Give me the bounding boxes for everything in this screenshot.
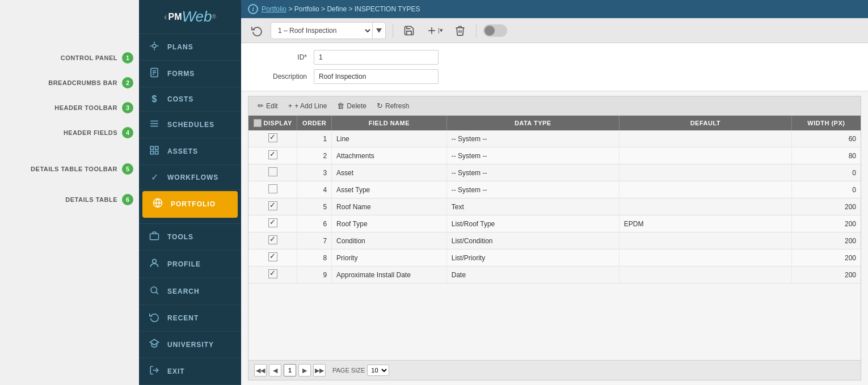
- sidebar-item-costs[interactable]: $ COSTS: [139, 87, 241, 112]
- university-icon: [148, 339, 161, 351]
- td-display: [248, 249, 297, 266]
- add-line-icon: +: [288, 101, 293, 110]
- sidebar-item-forms[interactable]: FORMS: [139, 61, 241, 87]
- sidebar-label-university: UNIVERSITY: [167, 341, 214, 349]
- sidebar-label-assets: ASSETS: [167, 147, 198, 155]
- table-row: 3Asset-- System --0: [248, 164, 861, 181]
- display-header-checkbox[interactable]: [254, 119, 262, 127]
- sidebar-label-workflows: WORKFLOWS: [167, 174, 218, 181]
- sidebar-item-portfolio[interactable]: PORTFOLIO: [142, 191, 238, 218]
- next-page-btn[interactable]: ▶: [298, 364, 311, 376]
- display-checkbox[interactable]: [268, 184, 277, 193]
- display-checkbox[interactable]: [268, 201, 277, 210]
- breadcrumb-path: > Portfolio > Define > INSPECTION TYPES: [288, 5, 420, 13]
- sidebar-item-profile[interactable]: PROFILE: [139, 251, 241, 278]
- toggle-button[interactable]: [483, 24, 507, 37]
- td-default: [619, 232, 791, 249]
- th-order-label: ORDER: [302, 120, 326, 126]
- th-order: ORDER: [297, 116, 332, 130]
- logo-web: Web: [182, 8, 212, 26]
- th-default: DEFAULT: [619, 116, 791, 130]
- display-checkbox[interactable]: [268, 167, 277, 176]
- sidebar-item-assets[interactable]: ASSETS: [139, 138, 241, 165]
- pagination-bar: ◀◀ ◀ 1 ▶ ▶▶ PAGE SIZE 10 25 50: [248, 361, 861, 380]
- sidebar-bottom: TOOLS PROFILE SEARCH RECENT: [139, 223, 241, 385]
- details-toolbar: ✏ Edit + + Add Line 🗑 Delete ↻ Refresh: [248, 96, 861, 115]
- td-display: [248, 181, 297, 198]
- td-display: [248, 232, 297, 249]
- edit-button[interactable]: ✏ Edit: [254, 100, 281, 112]
- display-checkbox[interactable]: [268, 150, 277, 159]
- td-datatype: -- System --: [446, 147, 619, 164]
- info-icon[interactable]: i: [248, 4, 258, 14]
- id-input[interactable]: [314, 50, 439, 65]
- data-table-wrapper: DISPLAY ORDER FIELD NAME DATA TYPE: [248, 115, 861, 361]
- td-width: 200: [791, 215, 861, 232]
- delete-button[interactable]: [451, 23, 469, 39]
- refresh-label: Refresh: [385, 102, 409, 110]
- sidebar-item-search[interactable]: SEARCH: [139, 278, 241, 305]
- td-default: [619, 181, 791, 198]
- sidebar-item-workflows[interactable]: ✓ WORKFLOWS: [139, 165, 241, 190]
- svg-point-20: [151, 287, 157, 293]
- page-size-select[interactable]: 10 25 50: [367, 365, 389, 376]
- td-width: 0: [791, 164, 861, 181]
- sidebar-label-tools: TOOLS: [167, 233, 193, 241]
- display-checkbox[interactable]: [268, 269, 277, 278]
- add-line-label: + Add Line: [294, 102, 327, 110]
- display-checkbox[interactable]: [268, 235, 277, 244]
- add-line-button[interactable]: + + Add Line: [285, 100, 331, 112]
- sidebar-label-forms: FORMS: [167, 70, 195, 78]
- display-checkbox[interactable]: [268, 218, 277, 227]
- prev-page-btn[interactable]: ◀: [269, 364, 281, 376]
- refresh-button[interactable]: ↻ Refresh: [373, 100, 412, 112]
- record-dropdown-btn[interactable]: [373, 22, 386, 39]
- first-page-btn[interactable]: ◀◀: [254, 364, 267, 376]
- annotation-label-6: DETAILS TABLE: [65, 196, 117, 203]
- id-field-row: ID*: [250, 50, 859, 65]
- breadcrumb-portfolio-link[interactable]: Portfolio: [262, 5, 286, 13]
- add-button[interactable]: |▾: [423, 23, 446, 39]
- last-page-btn[interactable]: ▶▶: [313, 364, 326, 376]
- record-selector[interactable]: 1 – Roof Inspection: [271, 22, 373, 39]
- td-fieldname: Approximate Install Date: [332, 266, 447, 284]
- svg-point-19: [153, 259, 157, 263]
- header-toolbar: 1 – Roof Inspection |▾: [241, 18, 868, 43]
- td-order: 3: [297, 164, 332, 181]
- description-label: Description: [250, 73, 307, 81]
- save-button[interactable]: [400, 23, 418, 39]
- annotation-badge-6: 6: [122, 194, 133, 205]
- td-fieldname: Condition: [332, 232, 447, 249]
- td-width: 0: [791, 181, 861, 198]
- sidebar-item-schedules[interactable]: SCHEDULES: [139, 112, 241, 138]
- recent-icon: [148, 312, 161, 324]
- td-order: 6: [297, 215, 332, 232]
- sidebar-item-plans[interactable]: PLANS: [139, 34, 241, 61]
- td-datatype: List/Condition: [446, 232, 619, 249]
- display-checkbox[interactable]: [268, 252, 277, 261]
- back-button[interactable]: [248, 23, 266, 39]
- th-default-label: DEFAULT: [690, 120, 720, 126]
- display-checkbox[interactable]: [268, 133, 277, 142]
- annotation-6: DETAILS TABLE 6: [0, 187, 139, 212]
- sidebar-item-recent[interactable]: RECENT: [139, 305, 241, 332]
- delete-line-button[interactable]: 🗑 Delete: [334, 100, 370, 112]
- svg-rect-14: [150, 151, 153, 154]
- td-display: [248, 130, 297, 147]
- td-default: [619, 198, 791, 215]
- td-default: [619, 266, 791, 284]
- sidebar-item-exit[interactable]: EXIT: [139, 358, 241, 385]
- td-datatype: -- System --: [446, 130, 619, 147]
- sidebar-item-tools[interactable]: TOOLS: [139, 224, 241, 251]
- description-input[interactable]: [314, 69, 439, 84]
- svg-point-0: [153, 44, 156, 48]
- table-row: 4Asset Type-- System --0: [248, 181, 861, 198]
- toggle-knob: [484, 26, 495, 36]
- td-width: 200: [791, 232, 861, 249]
- sidebar-label-costs: COSTS: [167, 95, 193, 103]
- sidebar-item-university[interactable]: UNIVERSITY: [139, 332, 241, 358]
- td-datatype: List/Roof Type: [446, 215, 619, 232]
- td-width: 200: [791, 266, 861, 284]
- page-1-btn[interactable]: 1: [284, 364, 296, 376]
- th-datatype-label: DATA TYPE: [515, 120, 551, 126]
